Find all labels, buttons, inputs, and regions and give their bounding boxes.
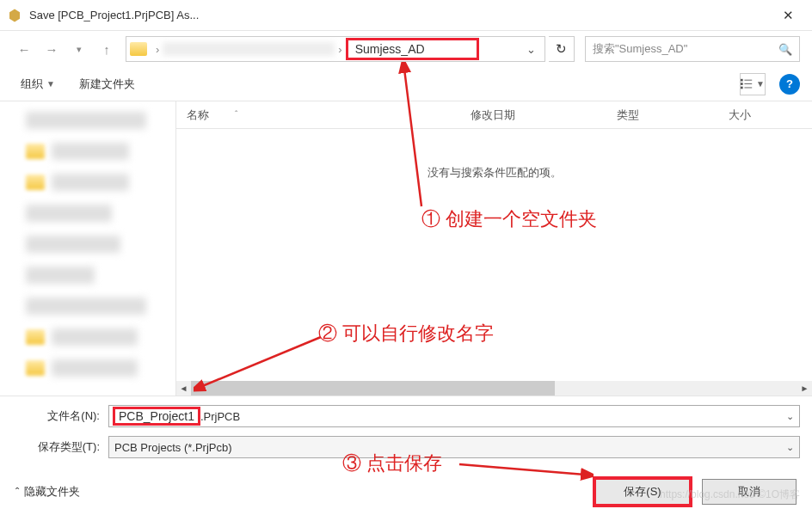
column-header-type[interactable]: 类型 <box>617 107 729 123</box>
search-icon: 🔍 <box>778 43 792 56</box>
chevron-down-icon: ▼ <box>756 79 765 89</box>
scroll-left-icon[interactable]: ◄ <box>176 381 191 396</box>
forward-button[interactable]: → <box>40 37 64 61</box>
filename-dropdown-icon[interactable]: ⌄ <box>786 411 794 422</box>
sidebar-item[interactable] <box>0 291 175 322</box>
sidebar-item[interactable] <box>0 136 175 167</box>
scroll-right-icon[interactable]: ► <box>797 381 812 396</box>
svg-rect-0 <box>741 78 743 81</box>
sidebar-item[interactable] <box>0 260 175 291</box>
svg-rect-5 <box>744 87 752 88</box>
breadcrumb-sep: › <box>152 43 163 56</box>
scroll-thumb[interactable] <box>191 381 555 396</box>
column-header-name[interactable]: 名称 ˆ <box>187 107 471 123</box>
chevron-down-icon: ▼ <box>46 79 55 89</box>
filetype-select[interactable]: PCB Projects (*.PrjPcb) ⌄ <box>108 436 800 458</box>
search-input[interactable]: 搜索"Sumjess_AD" 🔍 <box>585 36 800 62</box>
breadcrumb-current[interactable]: Sumjess_AD <box>346 38 479 60</box>
horizontal-scrollbar[interactable]: ◄ ► <box>176 381 812 396</box>
folder-icon <box>130 42 147 56</box>
svg-rect-3 <box>744 83 752 84</box>
svg-rect-1 <box>744 79 752 80</box>
sidebar <box>0 101 176 396</box>
refresh-button[interactable]: ↻ <box>549 36 575 62</box>
recent-dropdown[interactable]: ▾ <box>67 37 91 61</box>
back-button[interactable]: ← <box>12 37 36 61</box>
sort-indicator-icon: ˆ <box>235 110 237 120</box>
list-view-icon <box>741 78 753 90</box>
sidebar-item[interactable] <box>0 322 175 353</box>
sidebar-item[interactable] <box>0 167 175 198</box>
filename-extension: .PrjPCB <box>200 410 240 423</box>
sidebar-item[interactable] <box>0 229 175 260</box>
empty-folder-message: 没有与搜索条件匹配的项。 <box>176 129 812 181</box>
column-header-size[interactable]: 大小 <box>729 107 751 123</box>
organize-button[interactable]: 组织 ▼ <box>12 73 64 95</box>
address-dropdown-icon[interactable]: ⌄ <box>521 43 541 56</box>
help-button[interactable]: ? <box>779 74 800 95</box>
sidebar-item[interactable] <box>0 105 175 136</box>
svg-rect-4 <box>741 86 743 89</box>
filename-label: 文件名(N): <box>12 408 108 424</box>
address-bar[interactable]: › › Sumjess_AD ⌄ <box>126 36 545 62</box>
filetype-label: 保存类型(T): <box>12 439 108 455</box>
new-folder-button[interactable]: 新建文件夹 <box>71 73 144 95</box>
close-button[interactable]: ✕ <box>771 3 805 28</box>
breadcrumb-sep: › <box>335 43 345 56</box>
filetype-dropdown-icon[interactable]: ⌄ <box>786 442 794 453</box>
hide-folders-button[interactable]: ˆ 隐藏文件夹 <box>15 484 80 500</box>
filename-input[interactable]: PCB_Project1.PrjPCB ⌄ <box>108 405 800 427</box>
search-placeholder: 搜索"Sumjess_AD" <box>593 41 687 57</box>
column-header-date[interactable]: 修改日期 <box>471 107 617 123</box>
sidebar-item[interactable] <box>0 353 175 383</box>
up-button[interactable]: ↑ <box>95 37 119 61</box>
window-title: Save [PCB_Project1.PrjPCB] As... <box>29 9 771 21</box>
sidebar-item[interactable] <box>0 198 175 229</box>
breadcrumb-blur <box>163 42 335 56</box>
view-mode-button[interactable]: ▼ <box>740 73 766 95</box>
watermark: https://blog.csdn.net/ ©1O博客 <box>660 488 800 502</box>
svg-rect-2 <box>741 83 743 85</box>
filename-highlighted: PCB_Project1 <box>113 407 200 426</box>
app-icon <box>7 8 22 23</box>
chevron-up-icon: ˆ <box>15 486 19 499</box>
